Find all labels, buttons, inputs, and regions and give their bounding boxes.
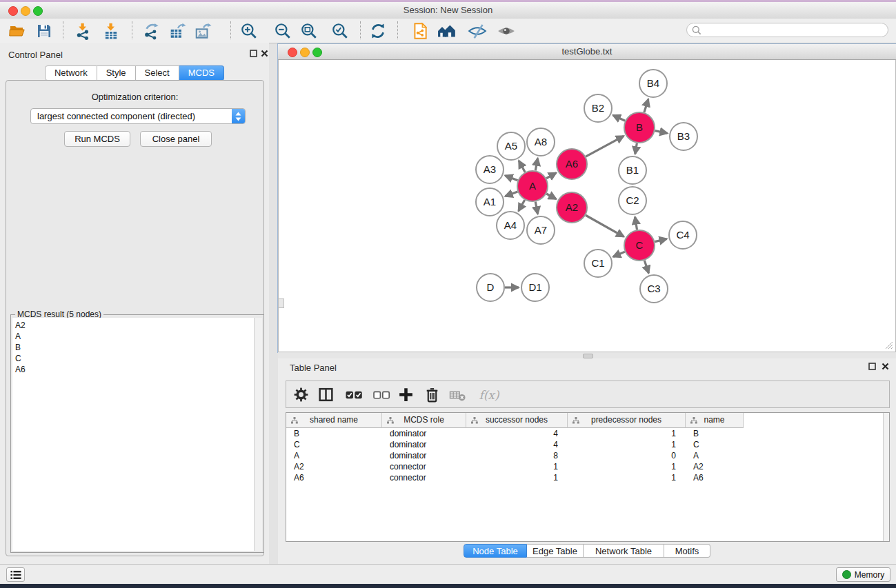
edge-C-C2[interactable]	[635, 217, 637, 230]
edge-C-C4[interactable]	[655, 239, 666, 242]
result-item[interactable]: B	[15, 342, 254, 353]
edge-B-B3[interactable]	[655, 131, 668, 134]
minimize-window-light[interactable]	[21, 6, 30, 16]
table-cell[interactable]: A2	[286, 461, 382, 472]
table-row[interactable]: A2connector11A2	[286, 461, 884, 472]
graph-node-A7[interactable]: A7	[527, 216, 555, 244]
mcds-result-list[interactable]: A2ABCA6	[12, 318, 255, 551]
graph-node-C1[interactable]: C1	[584, 250, 612, 277]
float-panel-icon[interactable]	[249, 49, 258, 58]
table-cell[interactable]: 4	[466, 428, 568, 439]
close-panel-icon[interactable]	[260, 49, 269, 58]
graph-node-D[interactable]: D	[477, 274, 504, 301]
column-header-MCDS-role[interactable]: MCDS role	[382, 413, 466, 428]
save-session-icon[interactable]	[32, 21, 56, 40]
edge-C-C1[interactable]	[613, 252, 625, 256]
divider-grip[interactable]	[583, 354, 593, 358]
export-table-icon[interactable]	[166, 21, 190, 40]
function-builder-icon[interactable]: f(x)	[474, 385, 504, 404]
table-cell[interactable]: A	[286, 450, 382, 461]
delete-table-icon[interactable]	[447, 385, 468, 404]
zoom-fit-icon[interactable]	[297, 21, 321, 40]
table-cell[interactable]: 4	[466, 439, 568, 450]
result-item[interactable]: C	[15, 353, 254, 364]
edge-A-A1[interactable]	[506, 192, 518, 196]
network-window-titlebar[interactable]: testGlobe.txt	[278, 44, 896, 60]
result-item[interactable]: A6	[15, 364, 254, 375]
table-cell[interactable]: B	[286, 428, 382, 439]
search-field[interactable]	[686, 23, 888, 37]
table-cell[interactable]: 1	[466, 461, 568, 472]
deselect-all-checkboxes-icon[interactable]	[371, 385, 392, 404]
table-cell[interactable]: A6	[686, 472, 744, 483]
horizontal-divider[interactable]	[278, 352, 896, 358]
table-cell[interactable]: dominator	[382, 439, 466, 450]
show-all-eye-icon[interactable]	[495, 21, 518, 40]
table-cell[interactable]: B	[686, 428, 744, 439]
edge-A2-C[interactable]	[586, 215, 624, 236]
edge-A-A7[interactable]	[535, 202, 537, 214]
tab-network-table[interactable]: Network Table	[584, 544, 664, 558]
table-settings-icon[interactable]	[290, 385, 311, 404]
graph-node-A6[interactable]: A6	[557, 149, 587, 179]
edge-B-B1[interactable]	[635, 143, 637, 154]
export-image-icon[interactable]	[192, 21, 215, 40]
graph-node-C2[interactable]: C2	[619, 187, 646, 214]
table-cell[interactable]: A2	[686, 461, 744, 472]
edge-A-A8[interactable]	[535, 159, 537, 171]
table-cell[interactable]: dominator	[382, 428, 466, 439]
edge-C-C3[interactable]	[644, 261, 648, 273]
tab-select[interactable]: Select	[136, 65, 179, 81]
column-header-name[interactable]: name	[686, 413, 744, 428]
table-scrollbar[interactable]	[883, 413, 889, 541]
add-column-icon[interactable]	[395, 385, 416, 404]
edge-A-A5[interactable]	[519, 161, 525, 172]
graph-node-D1[interactable]: D1	[521, 274, 549, 301]
column-header-predecessor-nodes[interactable]: predecessor nodes	[568, 413, 686, 428]
tab-node-table[interactable]: Node Table	[464, 544, 527, 558]
result-item[interactable]: A	[15, 331, 254, 342]
column-view-icon[interactable]	[315, 385, 336, 404]
tab-edge-table[interactable]: Edge Table	[527, 544, 584, 558]
zoom-in-icon[interactable]	[237, 21, 261, 40]
close-panel-button[interactable]: Close panel	[140, 131, 212, 147]
tab-style[interactable]: Style	[97, 65, 136, 81]
hide-selected-eye-icon[interactable]	[466, 21, 489, 40]
table-row[interactable]: Cdominator41C	[286, 439, 884, 450]
table-cell[interactable]: A6	[286, 472, 382, 483]
table-cell[interactable]: connector	[382, 472, 466, 483]
graph-node-A8[interactable]: A8	[527, 128, 555, 156]
graph-node-A5[interactable]: A5	[497, 132, 525, 160]
table-cell[interactable]: 1	[568, 461, 686, 472]
table-cell[interactable]: 1	[568, 428, 686, 439]
zoom-window-light[interactable]	[33, 6, 43, 16]
table-cell[interactable]: A	[686, 450, 744, 461]
zoom-out-icon[interactable]	[271, 21, 295, 40]
edge-A6-B[interactable]	[586, 136, 624, 156]
column-header-successor-nodes[interactable]: successor nodes	[466, 413, 568, 428]
table-cell[interactable]: C	[286, 439, 382, 450]
column-header-shared-name[interactable]: shared name	[286, 413, 382, 428]
graph-node-C4[interactable]: C4	[669, 221, 697, 249]
network-graph[interactable]: AA1A2A3A4A5A6A7A8BB1B2B3B4CC1C2C3C4DD1	[279, 60, 895, 352]
export-network-icon[interactable]	[139, 21, 163, 40]
table-cell[interactable]: C	[686, 439, 744, 450]
close-table-panel-icon[interactable]	[881, 362, 890, 371]
table-cell[interactable]: connector	[382, 461, 466, 472]
table-cell[interactable]: 1	[466, 472, 568, 483]
result-scrollbar[interactable]	[254, 318, 262, 551]
canvas-scroll-grip[interactable]	[278, 298, 284, 308]
refresh-icon[interactable]	[366, 21, 390, 40]
tab-motifs[interactable]: Motifs	[664, 544, 710, 558]
graph-node-A3[interactable]: A3	[476, 156, 504, 183]
graph-node-A[interactable]: A	[517, 171, 548, 201]
graph-node-B2[interactable]: B2	[584, 94, 612, 122]
import-table-icon[interactable]	[99, 21, 123, 40]
edge-B-B4[interactable]	[644, 99, 648, 112]
edge-A-A6[interactable]	[546, 173, 556, 179]
graph-node-B3[interactable]: B3	[670, 123, 697, 150]
tab-mcds[interactable]: MCDS	[179, 65, 224, 81]
table-row[interactable]: Bdominator41B	[286, 428, 884, 439]
node-table[interactable]: shared nameMCDS rolesuccessor nodesprede…	[286, 412, 890, 542]
graph-node-C[interactable]: C	[624, 230, 655, 261]
